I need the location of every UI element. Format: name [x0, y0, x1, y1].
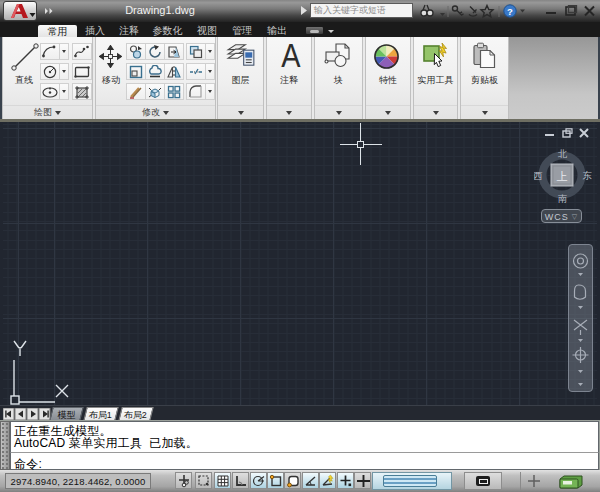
svg-text:北: 北: [558, 148, 568, 159]
svg-text:西: 西: [534, 170, 543, 181]
svg-text:?: ?: [507, 6, 513, 17]
svg-text:东: 东: [582, 170, 592, 181]
svg-text:南: 南: [558, 193, 568, 204]
svg-text:上: 上: [557, 170, 568, 182]
